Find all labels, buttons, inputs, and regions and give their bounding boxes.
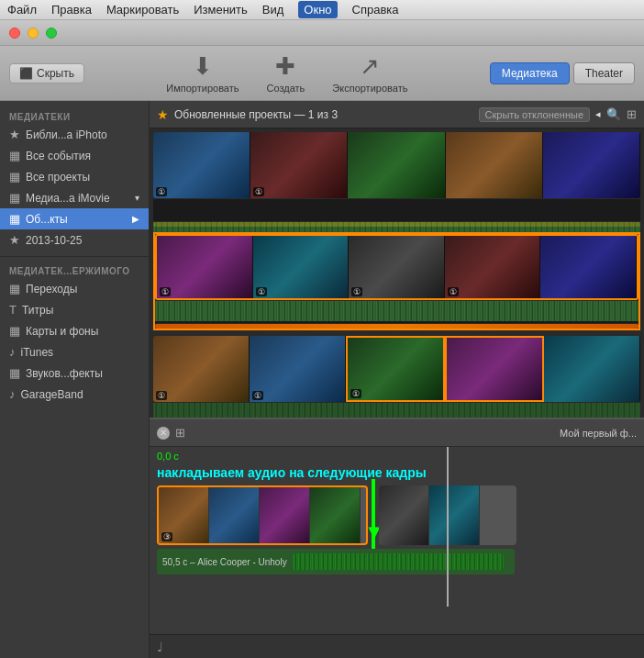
frame-num: ① [156,187,167,196]
frame-2-3: ① [349,236,445,298]
timeline-content: 0,0 с накладываем аудио на следующие кад… [150,447,644,634]
clip-frame-2 [209,487,260,545]
libraries-title: МЕДИАТЕКИ [0,108,149,124]
menu-modify[interactable]: Изменить [194,3,248,17]
sidebar-label-soundeffects: Звуков...фекты [26,367,103,380]
frame-1-3 [348,132,445,198]
menu-help[interactable]: Справка [352,3,399,17]
sidebar-label-garageband: GarageBand [21,388,83,401]
timeline-close-button[interactable]: ✕ [157,427,170,440]
create-action[interactable]: ✚ Создать [267,52,305,94]
grid-icon2: ▦ [9,170,20,184]
playhead [447,447,449,607]
menu-window[interactable]: Окно [298,1,337,18]
theater-tab[interactable]: Theater [573,62,635,84]
export-icon: ↗ [360,52,380,81]
annotation-text: накладываем аудио на следующие кадры [157,465,637,480]
sidebar-item-titles[interactable]: T Титры [0,299,149,320]
maximize-button[interactable] [46,28,57,39]
hide-button[interactable]: ⬛ Скрыть [9,63,84,84]
frame-2-5 [540,236,637,298]
sidebar-item-iphoto[interactable]: ★ Библи...а iPhoto [0,124,149,145]
text-icon: T [9,303,17,317]
frame-num: ① [160,287,171,296]
video-clip-1[interactable]: ③ [157,485,368,545]
export-label: Экспортировать [332,83,407,94]
frame-1-2: ① [250,132,348,198]
hide-icon: ⬛ [19,67,33,80]
map-icon: ▦ [9,324,20,338]
sidebar-item-maps[interactable]: ▦ Карты и фоны [0,320,149,341]
menu-mark[interactable]: Маркировать [106,3,179,17]
media-title: МЕДИАТЕК...ЕРЖИМОГО [0,262,149,278]
audio-track-wrapper: 50,5 с – Alice Cooper - Unholy [157,549,637,574]
music-note-icon[interactable]: ♩ [157,640,163,654]
frame-3-2: ① [250,336,346,402]
hide-label: Скрыть [37,67,74,80]
sidebar-item-allprojects[interactable]: ▦ Все проекты [0,166,149,187]
film-strips: ① ① // Generated via SVG inline [150,128,644,418]
timeline-grid-icon[interactable]: ⊞ [175,426,185,440]
sidebar-label-objects: Об...кты [26,213,68,226]
film-frames-2[interactable]: ① ① ① ① [155,234,638,300]
frame-num: ① [252,391,263,400]
sidebar-label-imovie: Медиа...а iMovie [26,192,110,205]
frame-num: ① [448,287,459,296]
sidebar-item-allevents[interactable]: ▦ Все события [0,145,149,166]
browser-star-icon: ★ [157,107,169,122]
libraries-section: МЕДИАТЕКИ ★ Библи...а iPhoto ▦ Все событ… [0,108,149,251]
film-strip-2: ① ① ① ① [153,232,640,330]
sidebar-item-imovie[interactable]: ▦ Медиа...а iMovie ▾ [0,187,149,208]
minimize-button[interactable] [28,28,39,39]
sidebar-label-date: 2013-10-25 [26,234,82,247]
toolbar: ⬛ Скрыть ⬇ Импортировать ✚ Создать ↗ Экс… [0,46,644,101]
sidebar-item-transitions[interactable]: ▦ Переходы [0,278,149,299]
hide-rejected-button[interactable]: Скрыть отклоненные [479,107,590,122]
frame-1-1: ① [153,132,250,198]
sidebar-label-allevents: Все события [26,150,91,162]
export-action[interactable]: ↗ Экспортировать [332,52,407,94]
star-icon2: ★ [9,233,20,247]
toolbar-right: Медиатека Theater [490,62,635,84]
menu-file[interactable]: Файл [7,3,37,17]
sidebar-label-maps: Карты и фоны [26,325,98,338]
sidebar-item-garageband[interactable]: ♪ GarageBand [0,384,149,405]
create-icon: ✚ [275,52,295,81]
toolbar-left: ⬛ Скрыть [9,63,84,84]
browser-title-text: Обновленные проекты — 1 из 3 [174,108,338,121]
sidebar-label-itunes: iTunes [21,346,54,359]
sidebar-label-titles: Титры [22,304,53,317]
clip-2-frames [379,485,480,545]
menu-view[interactable]: Вид [262,3,284,17]
menubar: Файл Правка Маркировать Изменить Вид Окн… [0,0,644,20]
sidebar-item-objects[interactable]: ▦ Об...кты ▶ [0,208,149,229]
import-action[interactable]: ⬇ Импортировать [166,52,239,94]
browser-grid-icon[interactable]: ⊞ [627,107,637,121]
search-icon[interactable]: 🔍 [606,107,621,121]
frame-2-4: ① [445,236,541,298]
frame-num: ① [253,187,264,196]
orange-bar-2 [155,324,638,329]
create-label: Создать [267,83,305,94]
film-frames-1[interactable]: ① ① [153,132,640,198]
sidebar-item-date[interactable]: ★ 2013-10-25 [0,229,149,251]
audio-track-label: 50,5 с – Alice Cooper - Unholy [162,557,287,567]
garageband-icon: ♪ [9,387,16,401]
sidebar-label-iphoto: Библи...а iPhoto [26,128,107,141]
film-frames-3[interactable]: ① ① ① [153,336,640,402]
main: МЕДИАТЕКИ ★ Библи...а iPhoto ▦ Все событ… [0,101,644,658]
grid-icon3: ▦ [9,191,20,205]
audio-track[interactable]: 50,5 с – Alice Cooper - Unholy [157,549,515,574]
transitions-icon: ▦ [9,282,20,296]
dropdown-arrow-icon[interactable]: ◂ [595,108,601,120]
close-button[interactable] [9,28,20,39]
star-icon: ★ [9,128,20,141]
media-section: МЕДИАТЕК...ЕРЖИМОГО ▦ Переходы T Титры ▦… [0,262,149,405]
sidebar-item-soundeffects[interactable]: ▦ Звуков...фекты [0,362,149,384]
frame-3-1: ① [153,336,250,402]
library-tab[interactable]: Медиатека [490,62,570,84]
sidebar-divider [0,256,149,257]
sidebar-item-itunes[interactable]: ♪ iTunes [0,341,149,362]
menu-edit[interactable]: Правка [51,3,92,17]
frame-2-1: ① [157,236,253,298]
